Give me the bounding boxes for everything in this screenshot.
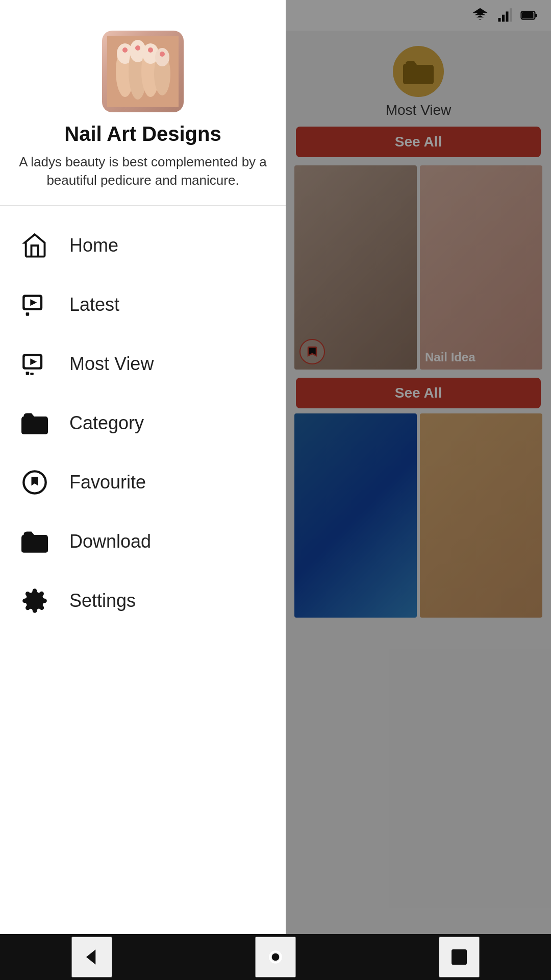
sidebar-item-category[interactable]: Category (0, 394, 286, 453)
favourite-icon (20, 468, 49, 497)
sidebar-item-most-view[interactable]: Most View (0, 334, 286, 394)
sidebar-item-home[interactable]: Home (0, 216, 286, 275)
latest-icon (20, 290, 49, 319)
svg-marker-32 (86, 949, 95, 964)
most-view-label: Most View (69, 353, 154, 375)
category-icon (20, 409, 49, 437)
settings-icon (20, 586, 49, 615)
app-subtitle: A ladys beauty is best complemented by a… (15, 153, 270, 190)
sidebar-item-download[interactable]: Download (0, 512, 286, 571)
svg-point-17 (122, 47, 128, 53)
latest-label: Latest (69, 294, 119, 315)
svg-point-20 (160, 52, 165, 57)
drawer-overlay[interactable] (286, 0, 551, 980)
most-view-svg-icon (21, 351, 48, 377)
svg-rect-35 (452, 949, 467, 965)
home-button[interactable] (255, 937, 296, 977)
nav-drawer: Nail Art Designs A ladys beauty is best … (0, 0, 286, 980)
svg-rect-28 (26, 372, 30, 375)
svg-point-16 (155, 48, 169, 66)
home-circle-icon (264, 946, 287, 968)
settings-svg-icon (21, 587, 48, 614)
svg-point-19 (148, 47, 153, 53)
sidebar-item-favourite[interactable]: Favourite (0, 453, 286, 512)
home-svg-icon (21, 232, 48, 259)
download-icon (20, 527, 49, 556)
download-label: Download (69, 531, 151, 552)
latest-svg-icon (21, 291, 48, 318)
bottom-navigation-bar (0, 934, 551, 980)
back-button[interactable] (71, 937, 112, 977)
svg-point-18 (135, 45, 140, 51)
category-label: Category (69, 412, 144, 434)
recents-icon (449, 947, 469, 967)
svg-point-34 (272, 953, 280, 961)
favourite-label: Favourite (69, 472, 146, 493)
app-logo (102, 31, 184, 112)
settings-label: Settings (69, 590, 136, 611)
svg-rect-29 (30, 373, 34, 375)
sidebar-item-latest[interactable]: Latest (0, 275, 286, 334)
back-icon (81, 946, 103, 968)
drawer-header: Nail Art Designs A ladys beauty is best … (0, 0, 286, 206)
logo-image (107, 36, 179, 107)
svg-rect-24 (26, 312, 30, 316)
download-svg-icon (21, 528, 48, 555)
category-svg-icon (21, 410, 48, 436)
app-title: Nail Art Designs (64, 122, 221, 145)
home-icon (20, 231, 49, 260)
nav-menu: Home Latest (0, 206, 286, 980)
most-view-icon (20, 350, 49, 378)
favourite-svg-icon (21, 469, 48, 496)
recents-button[interactable] (439, 937, 480, 977)
home-label: Home (69, 235, 118, 256)
sidebar-item-settings[interactable]: Settings (0, 571, 286, 630)
